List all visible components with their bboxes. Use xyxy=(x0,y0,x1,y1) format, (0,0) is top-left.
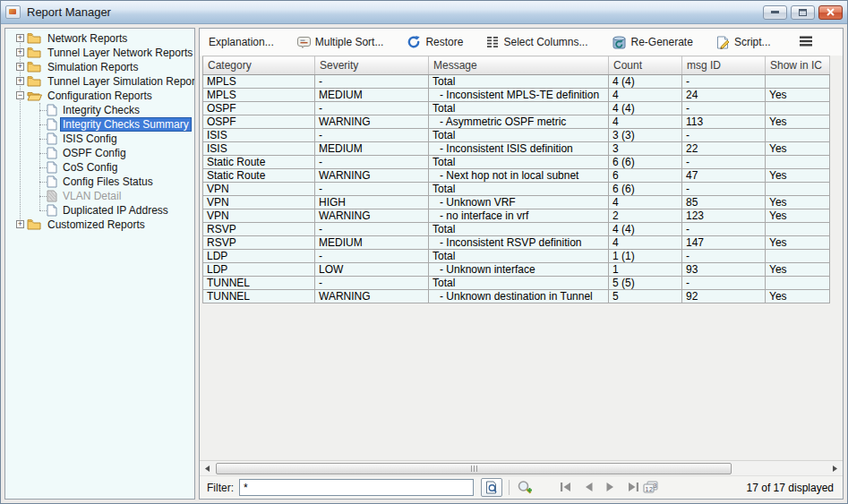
column-header-msg-id[interactable]: msg ID xyxy=(682,56,766,75)
titlebar[interactable]: Report Manager xyxy=(1,1,847,24)
search-plus-icon xyxy=(517,480,533,495)
table-row[interactable]: OSPF-Total4 (4)- xyxy=(203,102,830,115)
filter-input[interactable] xyxy=(239,479,474,496)
table-cell: 3 (3) xyxy=(609,129,682,142)
tree-item-ospf-config[interactable]: OSPF Config xyxy=(5,146,194,160)
tree-item-customized-reports[interactable]: +Customized Reports xyxy=(5,218,194,232)
minimize-button[interactable] xyxy=(763,5,787,20)
multiple-sort-button[interactable]: Multiple Sort... xyxy=(296,34,386,50)
nav-first-icon xyxy=(561,481,571,494)
tree-item-label[interactable]: Config Files Status xyxy=(60,175,156,189)
tree-item-vlan-detail[interactable]: VLAN Detail xyxy=(5,189,194,203)
restore-button[interactable]: Restore xyxy=(405,33,465,51)
tree-item-network-reports[interactable]: +Network Reports xyxy=(5,31,194,46)
tree-item-isis-config[interactable]: ISIS Config xyxy=(5,132,194,146)
maximize-button[interactable] xyxy=(791,5,815,20)
table-cell xyxy=(766,156,830,169)
table-row[interactable]: RSVPMEDIUM- Inconsistent RSVP definition… xyxy=(203,236,830,250)
table-row[interactable]: RSVP-Total4 (4)- xyxy=(203,223,830,236)
tree-item-tunnel-layer-network-reports[interactable]: +Tunnel Layer Network Reports xyxy=(5,46,194,60)
doc-icon xyxy=(47,204,57,219)
tree-item-config-files-status[interactable]: Config Files Status xyxy=(5,175,194,189)
tree-item-label[interactable]: Network Reports xyxy=(45,31,130,46)
expand-icon[interactable]: + xyxy=(16,48,24,56)
nav-previous-button[interactable] xyxy=(584,480,594,495)
table-row[interactable]: TUNNEL-Total5 (5)- xyxy=(203,277,830,290)
script-button[interactable]: Script... xyxy=(715,34,773,51)
tree-item-label[interactable]: Tunnel Layer Simulation Reports xyxy=(45,74,195,89)
expand-icon[interactable]: + xyxy=(16,77,24,85)
tree-item-label[interactable]: VLAN Detail xyxy=(60,189,124,203)
column-header-category[interactable]: Category xyxy=(203,56,315,75)
toolbar-button-label: Script... xyxy=(734,36,771,48)
toolbar-button-label: Explanation... xyxy=(209,36,274,48)
doc-icon xyxy=(47,175,57,191)
re-generate-button[interactable]: Re-Generate xyxy=(610,34,695,51)
table-cell: VPN xyxy=(203,209,315,223)
tree-item-label[interactable]: ISIS Config xyxy=(60,132,120,146)
maximize-icon xyxy=(799,9,807,16)
table-row[interactable]: LDPLOW- Unknown interface193Yes xyxy=(203,263,830,277)
tree-item-label[interactable]: Integrity Checks xyxy=(60,103,142,117)
close-button[interactable] xyxy=(818,5,843,20)
table-row[interactable]: ISIS-Total3 (3)- xyxy=(203,129,830,142)
table-cell: Yes xyxy=(766,115,830,129)
tree-item-integrity-checks[interactable]: Integrity Checks xyxy=(5,103,194,117)
tree-item-label[interactable]: Configuration Reports xyxy=(45,89,155,103)
column-header-show-in-ic[interactable]: Show in IC xyxy=(766,56,830,75)
expand-icon[interactable]: + xyxy=(16,220,24,228)
tree-item-label[interactable]: Simulation Reports xyxy=(45,60,141,74)
go-to-page-button[interactable]: 1 2 3 xyxy=(642,480,659,495)
table-row[interactable]: VPNWARNING- no interface in vrf2123Yes xyxy=(203,209,830,223)
table-cell: Yes xyxy=(766,89,830,102)
table-cell: 5 (5) xyxy=(609,277,682,290)
tree-item-label[interactable]: Integrity Checks Summary xyxy=(60,117,192,132)
collapse-icon[interactable]: − xyxy=(16,91,24,99)
tree-item-integrity-checks-summary[interactable]: Integrity Checks Summary xyxy=(5,117,194,132)
nav-last-icon xyxy=(628,481,638,494)
expand-icon[interactable]: + xyxy=(16,34,24,42)
table-row[interactable]: Static RouteWARNING- Next hop not in loc… xyxy=(203,169,830,183)
column-header-message[interactable]: Message xyxy=(429,56,609,75)
column-header-severity[interactable]: Severity xyxy=(315,56,429,75)
table-row[interactable]: ISISMEDIUM- Inconsistent ISIS definition… xyxy=(203,142,830,156)
tree-item-label[interactable]: Tunnel Layer Network Reports xyxy=(45,46,195,60)
tree-item-label[interactable]: OSPF Config xyxy=(60,146,129,160)
preview-filter-button[interactable] xyxy=(481,478,502,497)
table-row[interactable]: VPNHIGH- Unknown VRF485Yes xyxy=(203,196,830,209)
tree-item-tunnel-layer-simulation-reports[interactable]: +Tunnel Layer Simulation Reports xyxy=(5,74,194,89)
table-row[interactable]: LDP-Total1 (1)- xyxy=(203,250,830,263)
table-row[interactable]: Static Route-Total6 (6)- xyxy=(203,156,830,169)
table-row[interactable]: OSPFWARNING- Asymmetric OSPF metric4113Y… xyxy=(203,115,830,129)
expand-icon[interactable]: + xyxy=(16,63,24,71)
table-row[interactable]: VPN-Total6 (6)- xyxy=(203,183,830,196)
tree-item-cos-config[interactable]: CoS Config xyxy=(5,160,194,175)
nav-next-button[interactable] xyxy=(605,480,615,495)
table-cell: Total xyxy=(429,129,609,142)
tree-item-duplicated-ip-address[interactable]: Duplicated IP Address xyxy=(5,203,194,218)
tree-item-label[interactable]: Customized Reports xyxy=(45,218,148,232)
nav-last-button[interactable] xyxy=(627,480,639,495)
table-row[interactable]: MPLS-Total4 (4)- xyxy=(203,75,830,89)
scrollbar-track[interactable] xyxy=(214,462,828,475)
select-columns-button[interactable]: Select Columns... xyxy=(484,34,589,50)
advanced-search-button[interactable] xyxy=(516,479,534,496)
tree-item-label[interactable]: CoS Config xyxy=(60,160,120,175)
table-row[interactable]: TUNNELWARNING- Unknown destination in Tu… xyxy=(203,290,830,303)
table-row[interactable]: MPLSMEDIUM- Inconsistent MPLS-TE definit… xyxy=(203,89,830,102)
tree-item-configuration-reports[interactable]: −Configuration Reports xyxy=(5,89,194,103)
explanation-button[interactable]: Explanation... xyxy=(207,34,276,50)
tree-item-simulation-reports[interactable]: +Simulation Reports xyxy=(5,60,194,74)
table-cell: ISIS xyxy=(203,142,315,156)
nav-first-button[interactable] xyxy=(560,480,572,495)
table-cell: LDP xyxy=(203,250,315,263)
table-cell: RSVP xyxy=(203,236,315,250)
scroll-left-button[interactable] xyxy=(201,462,214,475)
scrollbar-thumb[interactable] xyxy=(216,463,732,474)
column-header-count[interactable]: Count xyxy=(609,56,682,75)
overflow-menu-button[interactable] xyxy=(798,34,814,51)
report-table: CategorySeverityMessageCountmsg IDShow i… xyxy=(202,56,830,303)
horizontal-scrollbar[interactable] xyxy=(200,460,843,475)
scroll-right-button[interactable] xyxy=(828,462,842,475)
tree-item-label[interactable]: Duplicated IP Address xyxy=(60,203,171,218)
